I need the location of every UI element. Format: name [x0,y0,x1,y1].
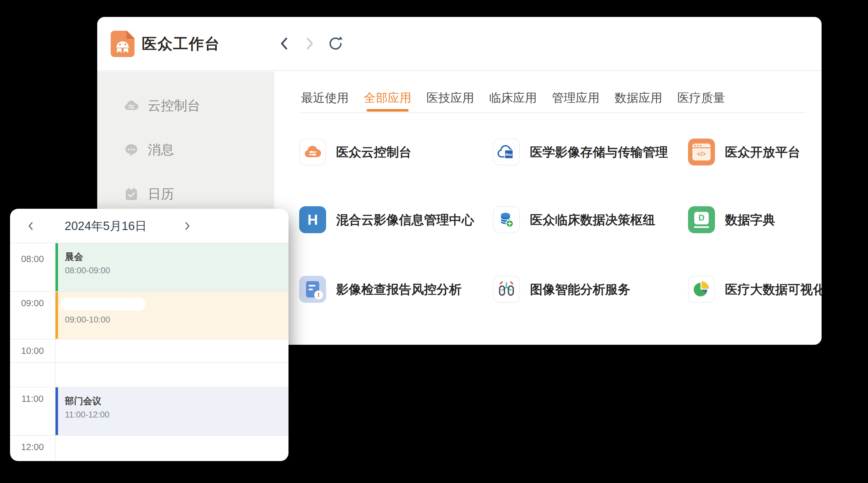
calendar-row-0800: 08:00 晨会 08:00-09:00 [10,243,288,292]
back-button[interactable] [273,32,296,55]
chevron-left-icon [278,35,290,52]
chevron-right-icon [304,35,316,52]
app-label: 图像智能分析服务 [530,281,630,298]
cloud-settings-icon [124,98,139,113]
cloud-settings-orange-icon [299,138,326,165]
screen: 医众工作台 [0,0,868,483]
content-area: 最近使用 全部应用 医技应用 临床应用 管理应用 数据应用 医疗质量 [274,71,822,345]
calendar-row-1200: 12:00 [10,436,288,460]
app-label: 医众云控制台 [336,143,411,161]
app-label: 医疗大数据可视化 [725,281,822,298]
app-big-data-visualization[interactable]: 医疗大数据可视化 [688,276,822,303]
tab-data-apps[interactable]: 数据应用 [615,92,662,112]
app-image-ai-analysis[interactable]: 图像智能分析服务 [493,276,688,303]
calendar-panel: 2024年5月16日 08:00 晨会 08:00-09:00 [10,209,288,461]
calendar-date: 2024年5月16日 [44,209,167,243]
app-report-risk-analysis[interactable]: 影像检查报告风控分析 [299,276,493,303]
event-time: 08:00-09:00 [65,266,288,276]
calendar-event-redacted[interactable]: 09:00-10:00 [56,292,288,339]
event-color-bar [56,292,58,339]
lungs-icon [493,276,520,303]
calendar-row-1000: 10:00 [10,340,288,363]
chevron-right-icon [183,220,192,232]
app-label: 医众临床数据决策枢纽 [530,211,655,228]
app-medical-image-storage[interactable]: Mas 医学影像存储与传输管理 [493,138,688,165]
app-label: 混合云影像信息管理中心 [336,211,474,228]
app-grid: 医众云控制台 Mas 医学影像存储与传输管理 [299,138,822,303]
database-plus-icon [493,206,520,233]
calendar-check-icon [124,187,139,201]
svg-text:Mas: Mas [505,153,513,156]
tab-all-apps[interactable]: 全部应用 [364,92,411,112]
tab-medical-quality[interactable]: 医疗质量 [677,92,725,112]
refresh-button[interactable] [324,32,347,55]
window-header: 医众工作台 [97,17,822,71]
event-title: 部门会议 [65,395,288,408]
tab-label: 全部应用 [364,91,411,104]
report-alert-icon [299,276,326,303]
sidebar-item-messages[interactable]: 消息 [124,142,274,157]
app-cloud-console[interactable]: 医众云控制台 [299,138,493,165]
active-tab-underline [367,109,409,111]
event-title: 晨会 [65,251,288,263]
sidebar-item-cloud-console[interactable]: 云控制台 [124,98,274,113]
forward-button[interactable] [299,32,321,55]
event-color-bar [56,243,58,291]
redacted-event-title [61,297,146,311]
tabs-bar: 最近使用 全部应用 医技应用 临床应用 管理应用 数据应用 医疗质量 [301,71,806,113]
chevron-left-icon [26,220,35,232]
app-label: 医众开放平台 [725,143,800,161]
sidebar-item-calendar[interactable]: 日历 [124,187,274,201]
time-label: 12:00 [10,436,56,460]
pie-chart-icon [688,276,715,303]
tab-management-apps[interactable]: 管理应用 [552,92,599,112]
code-window-icon [688,138,715,165]
calendar-event-department-meeting[interactable]: 部门会议 11:00-12:00 [56,387,288,435]
calendar-header: 2024年5月16日 [10,209,288,243]
calendar-prev-button[interactable] [20,209,41,243]
calendar-row-1030 [10,363,288,387]
empty-slot[interactable] [56,340,288,362]
time-label: 08:00 [10,243,56,291]
sidebar-item-label: 消息 [148,141,174,159]
sidebar-item-label: 云控制台 [148,97,200,115]
app-data-dictionary[interactable]: 数据字典 [688,206,822,233]
message-icon [124,142,139,157]
empty-slot[interactable] [56,436,288,460]
calendar-row-0900: 09:00 09:00-10:00 [10,292,288,340]
alert-badge-icon [314,291,323,299]
cloud-mas-icon: Mas [493,138,520,165]
letter-h-icon [299,206,326,233]
dictionary-book-icon [688,206,715,233]
event-time: 09:00-10:00 [65,315,288,325]
calendar-row-1100: 11:00 部门会议 11:00-12:00 [10,387,288,436]
app-hybrid-cloud-imaging[interactable]: 混合云影像信息管理中心 [299,206,493,233]
window-title: 医众工作台 [142,17,220,71]
app-open-platform[interactable]: 医众开放平台 [688,138,822,165]
tab-clinical-apps[interactable]: 临床应用 [489,92,537,112]
time-label: 09:00 [10,292,56,339]
calendar-event-morning-meeting[interactable]: 晨会 08:00-09:00 [56,243,288,291]
app-label: 医学影像存储与传输管理 [530,143,668,161]
calendar-next-button[interactable] [176,209,198,243]
event-time: 11:00-12:00 [65,410,288,420]
sidebar-item-label: 日历 [148,185,174,203]
time-label [10,363,56,387]
app-label: 数据字典 [725,211,775,228]
tab-recently-used[interactable]: 最近使用 [301,92,349,112]
calendar-body: 08:00 晨会 08:00-09:00 09:00 09:00-10:00 [10,243,288,460]
refresh-icon [326,34,345,53]
tab-medtech-apps[interactable]: 医技应用 [427,92,474,112]
app-logo-icon [111,31,134,57]
empty-slot[interactable] [56,363,288,387]
app-clinical-data-hub[interactable]: 医众临床数据决策枢纽 [493,206,688,233]
time-label: 11:00 [10,387,56,435]
time-label: 10:00 [10,340,56,362]
event-color-bar [56,387,58,435]
app-label: 影像检查报告风控分析 [336,281,462,298]
